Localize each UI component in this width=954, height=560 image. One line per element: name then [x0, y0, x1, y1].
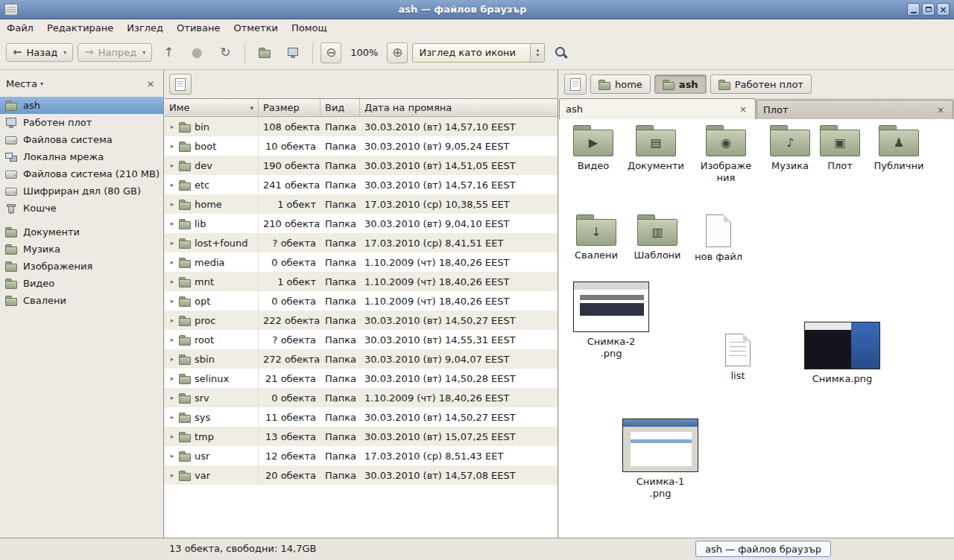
- expander-icon[interactable]: ▸: [168, 239, 177, 246]
- sidebar-item-9[interactable]: Музика: [0, 241, 163, 258]
- table-row[interactable]: ▸root? обектаПапка30.03.2010 (вт) 14,55,…: [165, 330, 557, 349]
- column-header-3[interactable]: Дата на промяна: [360, 99, 557, 116]
- table-row[interactable]: ▸boot10 обектаПапка30.03.2010 (вт) 9,05,…: [165, 136, 557, 156]
- file-icon-item[interactable]: ▤Документи: [625, 125, 687, 172]
- zoom-in-button[interactable]: ⊕: [387, 42, 408, 63]
- reload-button[interactable]: ↻: [213, 41, 237, 65]
- menu-item-1[interactable]: Редактиране: [40, 21, 120, 35]
- file-icon-item[interactable]: Снимка-2.png: [572, 281, 650, 360]
- file-icon-item[interactable]: list: [713, 334, 763, 382]
- expander-icon[interactable]: ▸: [168, 375, 177, 382]
- expander-icon[interactable]: ▸: [168, 258, 177, 266]
- file-icon-item[interactable]: ♟Публични: [868, 125, 930, 172]
- sidebar-item-11[interactable]: Видео: [0, 275, 163, 292]
- sidebar-item-4[interactable]: Файлова система (210 MB): [0, 165, 163, 182]
- file-icon-item[interactable]: ◉Изображения: [693, 125, 759, 185]
- forward-dropdown-icon[interactable]: ▾: [142, 49, 145, 56]
- expander-icon[interactable]: ▸: [168, 394, 177, 401]
- home-button[interactable]: [253, 41, 277, 65]
- table-row[interactable]: ▸lost+found? обектаПапка17.03.2010 (ср) …: [165, 233, 557, 252]
- sidebar-item-2[interactable]: Файлова система: [0, 131, 163, 148]
- file-icon-item[interactable]: ▥Шаблони: [628, 214, 687, 261]
- expander-icon[interactable]: ▸: [168, 123, 177, 130]
- search-button[interactable]: [549, 41, 573, 65]
- menu-item-2[interactable]: Изглед: [120, 21, 170, 35]
- sidebar-close-icon[interactable]: ×: [144, 78, 157, 89]
- sidebar-item-3[interactable]: Локална мрежа: [0, 148, 163, 165]
- computer-button[interactable]: [281, 41, 305, 65]
- file-icon-item[interactable]: ▶Видео: [562, 125, 625, 172]
- menu-item-5[interactable]: Помощ: [285, 21, 334, 35]
- column-header-1[interactable]: Размер: [259, 99, 320, 116]
- table-row[interactable]: ▸usr12 обектаПапка17.03.2010 (ср) 8,51,4…: [165, 446, 557, 465]
- file-icon-item[interactable]: нов файл: [690, 214, 747, 263]
- sidebar-item-5[interactable]: Шифриран дял (80 GB): [0, 182, 163, 200]
- file-icon-item[interactable]: ↓Свалени: [566, 214, 626, 261]
- pathbar-button-1[interactable]: ash: [654, 74, 707, 94]
- expander-icon[interactable]: ▸: [168, 452, 177, 459]
- tab-close-icon[interactable]: ×: [737, 104, 749, 115]
- minimize-button[interactable]: [907, 3, 920, 16]
- expander-icon[interactable]: ▸: [168, 181, 177, 188]
- table-row[interactable]: ▸opt0 обектаПапка1.10.2009 (чт) 18,40,26…: [165, 291, 557, 311]
- sidebar-item-1[interactable]: Работен плот: [0, 114, 163, 131]
- menu-item-0[interactable]: Файл: [0, 21, 40, 35]
- back-button[interactable]: ← Назад ▾: [6, 43, 73, 62]
- expander-icon[interactable]: ▸: [168, 336, 177, 343]
- maximize-button[interactable]: [922, 3, 935, 16]
- file-icon-item[interactable]: Снимка-1.png: [622, 419, 699, 500]
- column-header-2[interactable]: Вид: [320, 99, 360, 116]
- back-dropdown-icon[interactable]: ▾: [63, 49, 66, 56]
- expander-icon[interactable]: ▸: [168, 200, 177, 208]
- file-icon-item[interactable]: ▣Плот: [815, 125, 865, 172]
- table-row[interactable]: ▸sys11 обектаПапка30.03.2010 (вт) 14,50,…: [165, 407, 557, 427]
- table-row[interactable]: ▸sbin272 обектаПапка30.03.2010 (вт) 9,04…: [165, 349, 557, 369]
- menu-item-3[interactable]: Отиване: [170, 21, 227, 35]
- table-row[interactable]: ▸proc222 обектаПапка30.03.2010 (вт) 14,5…: [165, 311, 557, 330]
- expander-icon[interactable]: ▸: [168, 316, 177, 324]
- tab-1[interactable]: Плот×: [756, 100, 953, 119]
- view-mode-select[interactable]: Изглед като икони ▴▾: [412, 43, 545, 63]
- table-row[interactable]: ▸bin108 обектаПапка30.03.2010 (вт) 14,57…: [165, 117, 557, 136]
- spinner-arrows-icon[interactable]: ▴▾: [530, 44, 544, 62]
- stop-button[interactable]: ●: [185, 41, 209, 65]
- table-row[interactable]: ▸tmp13 обектаПапка30.03.2010 (вт) 15,07,…: [165, 427, 557, 446]
- file-icon-item[interactable]: Снимка.png: [803, 322, 881, 385]
- chevron-down-icon[interactable]: ▾: [40, 80, 43, 87]
- column-header-0[interactable]: Име▾: [165, 99, 259, 116]
- tab-0[interactable]: ash×: [559, 98, 756, 119]
- table-row[interactable]: ▸home1 обектПапка17.03.2010 (ср) 10,38,5…: [165, 194, 557, 214]
- sidebar-item-6[interactable]: Кошче: [0, 200, 163, 217]
- expander-icon[interactable]: ▸: [168, 355, 177, 363]
- close-button[interactable]: ×: [937, 3, 950, 16]
- table-row[interactable]: ▸selinux21 обектаПапка30.03.2010 (вт) 14…: [165, 369, 557, 388]
- expander-icon[interactable]: ▸: [168, 220, 177, 227]
- expander-icon[interactable]: ▸: [168, 413, 177, 421]
- table-row[interactable]: ▸var20 обектаПапка30.03.2010 (вт) 14,57,…: [165, 465, 557, 485]
- sidebar-item-12[interactable]: Свалени: [0, 292, 163, 309]
- sidebar-item-10[interactable]: Изображения: [0, 258, 163, 275]
- expander-icon[interactable]: ▸: [168, 162, 177, 169]
- table-row[interactable]: ▸etc241 обектаПапка30.03.2010 (вт) 14,57…: [165, 175, 557, 194]
- table-row[interactable]: ▸mnt1 обектПапка1.10.2009 (чт) 18,40,26 …: [165, 272, 557, 291]
- pathbar-root-button[interactable]: [564, 74, 587, 95]
- forward-button[interactable]: → Напред ▾: [78, 43, 152, 62]
- table-row[interactable]: ▸srv0 обектаПапка1.10.2009 (чт) 18,40,26…: [165, 388, 557, 407]
- middle-pane-location-button[interactable]: [169, 74, 192, 95]
- expander-icon[interactable]: ▸: [168, 471, 177, 479]
- table-row[interactable]: ▸lib210 обектаПапка30.03.2010 (вт) 9,04,…: [165, 214, 557, 233]
- expander-icon[interactable]: ▸: [168, 297, 177, 305]
- pathbar-button-0[interactable]: home: [590, 74, 651, 94]
- sidebar-item-0[interactable]: ash: [0, 97, 163, 114]
- up-button[interactable]: ↑: [157, 41, 180, 65]
- file-icon-item[interactable]: ♪Музика: [760, 125, 820, 172]
- menu-item-4[interactable]: Отметки: [227, 21, 284, 35]
- expander-icon[interactable]: ▸: [168, 433, 177, 440]
- zoom-out-button[interactable]: ⊖: [320, 42, 341, 63]
- taskbar-window-button[interactable]: ash — файлов браузър: [695, 541, 831, 557]
- expander-icon[interactable]: ▸: [168, 278, 177, 285]
- table-row[interactable]: ▸dev190 обектаПапка30.03.2010 (вт) 14,51…: [165, 156, 557, 175]
- tab-close-icon[interactable]: ×: [935, 105, 947, 115]
- sidebar-title[interactable]: Места: [6, 78, 37, 89]
- pathbar-button-2[interactable]: Работен плот: [710, 74, 812, 94]
